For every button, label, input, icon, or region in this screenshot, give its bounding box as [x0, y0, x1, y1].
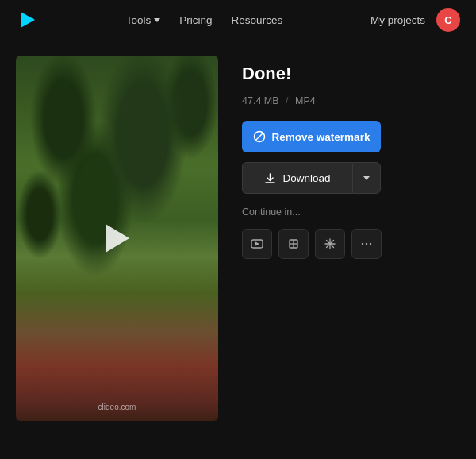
nav-tools[interactable]: Tools [126, 14, 161, 26]
navbar: Tools Pricing Resources My projects C [0, 0, 476, 40]
download-label: Download [282, 172, 330, 184]
my-projects-button[interactable]: My projects [370, 14, 425, 26]
file-type: MP4 [295, 95, 316, 106]
svg-point-15 [370, 243, 371, 245]
video-preview: clideo.com [16, 56, 218, 421]
right-panel: Done! 47.4 MB / MP4 Remove watermark Dow… [242, 56, 460, 259]
svg-marker-5 [255, 242, 259, 246]
status-title: Done! [242, 64, 460, 84]
download-dropdown-button[interactable] [352, 162, 381, 194]
logo-icon[interactable] [16, 9, 38, 31]
svg-point-13 [362, 243, 363, 245]
navbar-center: Tools Pricing Resources [126, 14, 282, 26]
remove-watermark-button[interactable]: Remove watermark [242, 121, 381, 152]
continue-in-label: Continue in... [242, 206, 460, 218]
continue-icons-row [242, 229, 460, 259]
download-icon [264, 172, 276, 184]
svg-marker-0 [21, 12, 35, 28]
play-button[interactable] [106, 224, 129, 253]
separator: / [286, 95, 288, 106]
download-button[interactable]: Download [242, 162, 352, 194]
ban-icon [253, 130, 266, 143]
continue-crop-button[interactable] [278, 229, 309, 259]
continue-more-button[interactable] [351, 229, 382, 259]
main-content: clideo.com Done! 47.4 MB / MP4 Remove wa… [0, 40, 476, 459]
crop-icon [287, 237, 300, 250]
video-watermark: clideo.com [98, 403, 136, 411]
nav-pricing[interactable]: Pricing [179, 14, 212, 26]
avatar[interactable]: C [436, 8, 460, 32]
more-icon [360, 237, 373, 250]
sparkle-icon [324, 237, 336, 250]
nav-resources[interactable]: Resources [232, 14, 283, 26]
continue-enhance-button[interactable] [315, 229, 345, 259]
download-row: Download [242, 162, 381, 194]
svg-point-14 [366, 243, 367, 245]
youtube-icon [251, 237, 263, 250]
navbar-left [16, 9, 38, 31]
continue-youtube-button[interactable] [242, 229, 272, 259]
file-info: 47.4 MB / MP4 [242, 95, 460, 106]
tools-chevron-icon [154, 18, 160, 22]
download-chevron-icon [363, 176, 370, 180]
svg-line-2 [255, 133, 263, 141]
navbar-right: My projects C [370, 8, 460, 32]
file-size: 47.4 MB [242, 95, 279, 106]
remove-watermark-label: Remove watermark [272, 131, 370, 143]
